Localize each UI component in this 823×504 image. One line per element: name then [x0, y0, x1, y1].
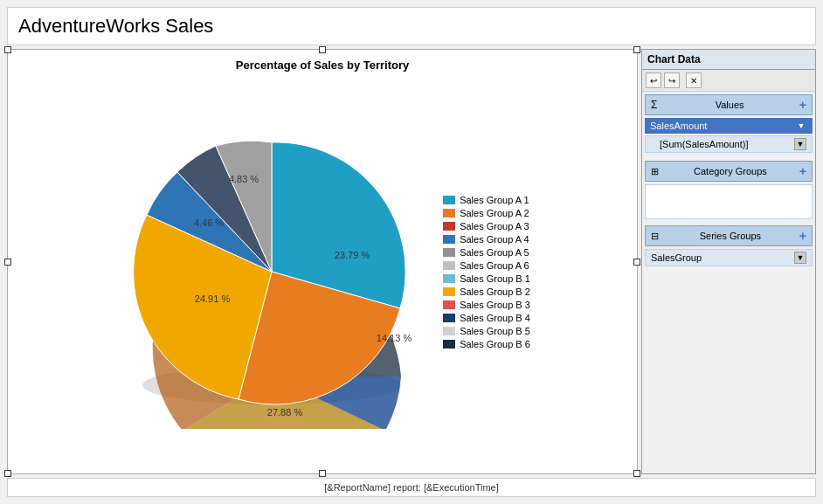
category-section-content [645, 184, 813, 219]
series-section-content: SalesGroup ▼ [645, 249, 813, 266]
values-section-content: SalesAmount ▼ [Sum(SalesAmount)] ▼ [645, 118, 813, 153]
pct-label-a6: 14.13 % [377, 333, 412, 343]
legend-item: Sales Group A 1 [443, 195, 530, 205]
resize-handle-tl[interactable] [4, 46, 11, 53]
resize-handle-tr[interactable] [633, 46, 640, 53]
resize-handle-bl[interactable] [4, 470, 11, 477]
resize-handle-ml[interactable] [4, 259, 11, 266]
legend-color-a6 [443, 261, 455, 270]
chart-panel: Percentage of Sales by Territory [7, 49, 638, 474]
series-icon: ⊟ [651, 231, 659, 242]
values-add-button[interactable]: + [799, 98, 806, 112]
legend-color-a1 [443, 196, 455, 204]
legend-item: Sales Group A 2 [443, 208, 530, 218]
legend-label-a4: Sales Group A 4 [460, 234, 529, 245]
legend-label-a1: Sales Group A 1 [460, 195, 529, 205]
main-container: AdventureWorks Sales Percentage of Sales… [0, 0, 823, 504]
aggregate-dropdown[interactable]: ▼ [794, 138, 806, 150]
footer-bar: [&ReportName] report: [&ExecutionTime] [7, 478, 816, 497]
sum-sales-amount-field[interactable]: [Sum(SalesAmount)] ▼ [645, 135, 813, 153]
legend-item: Sales Group B 5 [443, 326, 530, 336]
series-group-dropdown[interactable]: ▼ [794, 252, 806, 264]
chart-data-title: Chart Data [647, 53, 701, 66]
title-text: AdventureWorks Sales [18, 15, 213, 37]
legend-item: Sales Group B 1 [443, 273, 530, 284]
legend-item: Sales Group A 6 [443, 260, 530, 271]
sales-amount-field[interactable]: SalesAmount ▼ [645, 118, 813, 134]
category-label: Category Groups [694, 166, 767, 176]
category-groups-header: ⊞ Category Groups + [645, 161, 813, 182]
legend-label-b6: Sales Group B 6 [460, 339, 530, 349]
legend-color-b2 [443, 287, 455, 296]
resize-handle-mr[interactable] [633, 259, 640, 266]
legend-color-b1 [443, 274, 455, 283]
pct-label-a3: 27.88 % [267, 407, 303, 418]
category-add-button[interactable]: + [799, 164, 806, 178]
legend-item: Sales Group A 5 [443, 247, 530, 258]
pct-label-a2: 24.91 % [195, 293, 231, 304]
legend-item: Sales Group B 2 [443, 287, 530, 297]
legend-label-a5: Sales Group A 5 [460, 247, 529, 258]
legend-color-a3 [443, 222, 455, 231]
redo-button[interactable]: ↪ [664, 72, 680, 88]
legend-color-a4 [443, 235, 455, 244]
close-button[interactable]: ✕ [686, 72, 702, 88]
sum-label: [Sum(SalesAmount)] [660, 139, 748, 149]
legend-item: Sales Group A 4 [443, 234, 530, 245]
chart-data-toolbar: ↩ ↪ ✕ [642, 70, 815, 92]
legend-item: Sales Group B 6 [443, 339, 530, 349]
undo-button[interactable]: ↩ [646, 72, 661, 88]
legend-label-b5: Sales Group B 5 [460, 326, 530, 336]
pie-chart: 23.79 % 24.91 % 27.88 % 4.46 % 4.83 % 14… [114, 114, 429, 429]
pct-label-a5: 4.83 % [229, 174, 259, 184]
series-label: Series Groups [700, 231, 761, 241]
values-label: Values [716, 100, 744, 110]
series-group-field[interactable]: SalesGroup ▼ [645, 249, 813, 266]
category-icon: ⊞ [651, 166, 659, 177]
chart-data-header: Chart Data [642, 50, 815, 70]
legend-color-a2 [443, 209, 455, 217]
legend-label-b2: Sales Group B 2 [460, 287, 530, 297]
legend-color-b6 [443, 340, 455, 349]
resize-handle-br[interactable] [633, 470, 640, 477]
content-area: Percentage of Sales by Territory [7, 49, 816, 474]
series-groups-header: ⊟ Series Groups + [645, 225, 813, 246]
pct-label-a1: 23.79 % [335, 250, 370, 260]
legend-label-b4: Sales Group B 4 [460, 313, 530, 323]
legend-label-b3: Sales Group B 3 [460, 300, 530, 310]
footer-text: [&ReportName] report: [&ExecutionTime] [324, 482, 499, 493]
values-section-header: Σ Values + [645, 94, 813, 115]
legend-label-b1: Sales Group B 1 [460, 273, 530, 284]
sales-amount-label: SalesAmount [650, 121, 707, 131]
chart-legend: Sales Group A 1 Sales Group A 2 Sales Gr… [443, 195, 530, 349]
report-title: AdventureWorks Sales [7, 7, 816, 45]
values-sigma-icon: Σ [651, 99, 657, 111]
chart-title: Percentage of Sales by Territory [236, 59, 409, 72]
series-group-label: SalesGroup [651, 252, 702, 263]
legend-item: Sales Group A 3 [443, 221, 530, 231]
sales-amount-dropdown[interactable]: ▼ [795, 120, 807, 132]
legend-label-a6: Sales Group A 6 [460, 260, 529, 271]
legend-label-a2: Sales Group A 2 [460, 208, 529, 218]
chart-data-panel: Chart Data ↩ ↪ ✕ Σ Values + SalesAmount … [641, 49, 816, 474]
legend-color-a5 [443, 248, 455, 257]
pct-label-a4: 4.46 % [194, 217, 224, 228]
legend-item: Sales Group B 3 [443, 300, 530, 310]
resize-handle-bm[interactable] [319, 470, 326, 477]
legend-label-a3: Sales Group A 3 [460, 221, 529, 231]
legend-color-b4 [443, 314, 455, 322]
legend-color-b3 [443, 300, 455, 309]
legend-color-b5 [443, 327, 455, 335]
resize-handle-tm[interactable] [319, 46, 326, 53]
legend-item: Sales Group B 4 [443, 313, 530, 323]
chart-body: 23.79 % 24.91 % 27.88 % 4.46 % 4.83 % 14… [17, 79, 628, 465]
series-add-button[interactable]: + [799, 229, 806, 243]
